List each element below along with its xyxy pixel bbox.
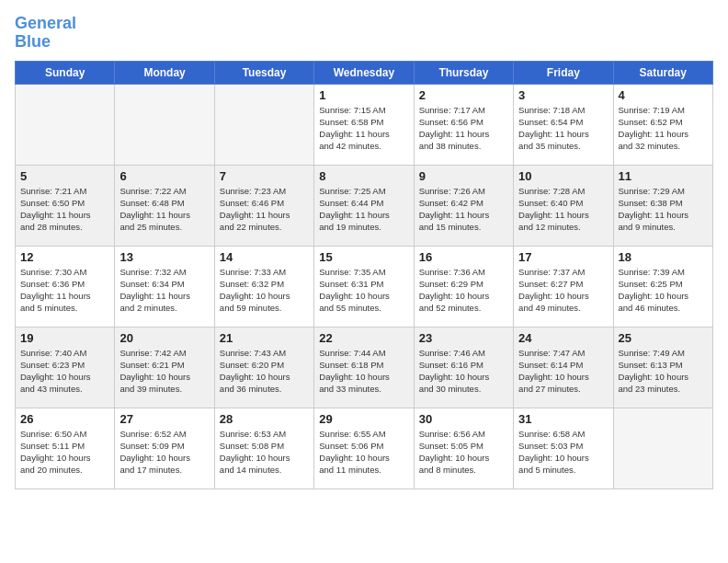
calendar-cell: 23Sunrise: 7:46 AM Sunset: 6:16 PM Dayli…: [414, 327, 513, 408]
day-number: 18: [619, 250, 708, 264]
day-number: 20: [119, 331, 209, 345]
day-number: 10: [518, 169, 608, 183]
day-number: 12: [20, 250, 109, 264]
calendar-week-row: 19Sunrise: 7:40 AM Sunset: 6:23 PM Dayli…: [16, 327, 713, 408]
day-info: Sunrise: 7:28 AM Sunset: 6:40 PM Dayligh…: [518, 185, 608, 234]
day-info: Sunrise: 7:25 AM Sunset: 6:44 PM Dayligh…: [319, 185, 408, 234]
day-info: Sunrise: 7:49 AM Sunset: 6:13 PM Dayligh…: [619, 347, 708, 396]
day-number: 9: [419, 169, 508, 183]
logo-text: General Blue: [15, 15, 76, 52]
day-header-saturday: Saturday: [613, 61, 712, 84]
day-number: 30: [419, 412, 508, 426]
day-info: Sunrise: 7:47 AM Sunset: 6:14 PM Dayligh…: [518, 347, 608, 396]
day-number: 31: [518, 412, 608, 426]
calendar-week-row: 26Sunrise: 6:50 AM Sunset: 5:11 PM Dayli…: [16, 408, 713, 488]
day-header-thursday: Thursday: [414, 61, 513, 84]
day-number: 16: [419, 250, 508, 264]
calendar-cell: [214, 84, 313, 165]
logo: General Blue: [15, 15, 76, 52]
day-number: 7: [220, 169, 309, 183]
day-info: Sunrise: 7:30 AM Sunset: 6:36 PM Dayligh…: [20, 266, 109, 315]
calendar-cell: 11Sunrise: 7:29 AM Sunset: 6:38 PM Dayli…: [613, 165, 712, 246]
day-number: 22: [319, 331, 408, 345]
calendar-cell: 16Sunrise: 7:36 AM Sunset: 6:29 PM Dayli…: [414, 246, 513, 327]
day-number: 23: [419, 331, 508, 345]
day-info: Sunrise: 7:26 AM Sunset: 6:42 PM Dayligh…: [419, 185, 508, 234]
calendar-cell: 24Sunrise: 7:47 AM Sunset: 6:14 PM Dayli…: [514, 327, 613, 408]
day-number: 21: [220, 331, 309, 345]
calendar-cell: 29Sunrise: 6:55 AM Sunset: 5:06 PM Dayli…: [314, 408, 414, 488]
day-info: Sunrise: 6:56 AM Sunset: 5:05 PM Dayligh…: [419, 428, 508, 477]
calendar-cell: [16, 84, 115, 165]
day-info: Sunrise: 6:50 AM Sunset: 5:11 PM Dayligh…: [20, 428, 109, 477]
calendar-cell: [115, 84, 214, 165]
calendar-cell: 3Sunrise: 7:18 AM Sunset: 6:54 PM Daylig…: [514, 84, 613, 165]
day-info: Sunrise: 7:33 AM Sunset: 6:32 PM Dayligh…: [220, 266, 309, 315]
calendar-cell: 7Sunrise: 7:23 AM Sunset: 6:46 PM Daylig…: [214, 165, 313, 246]
day-info: Sunrise: 6:55 AM Sunset: 5:06 PM Dayligh…: [319, 428, 408, 477]
day-info: Sunrise: 7:23 AM Sunset: 6:46 PM Dayligh…: [220, 185, 309, 234]
day-info: Sunrise: 7:22 AM Sunset: 6:48 PM Dayligh…: [119, 185, 209, 234]
calendar-cell: 17Sunrise: 7:37 AM Sunset: 6:27 PM Dayli…: [514, 246, 613, 327]
calendar-cell: 25Sunrise: 7:49 AM Sunset: 6:13 PM Dayli…: [613, 327, 712, 408]
day-info: Sunrise: 7:17 AM Sunset: 6:56 PM Dayligh…: [419, 104, 508, 153]
logo-general: General: [15, 14, 76, 32]
calendar-cell: 21Sunrise: 7:43 AM Sunset: 6:20 PM Dayli…: [214, 327, 313, 408]
day-info: Sunrise: 7:15 AM Sunset: 6:58 PM Dayligh…: [319, 104, 408, 153]
day-number: 14: [220, 250, 309, 264]
calendar-cell: 20Sunrise: 7:42 AM Sunset: 6:21 PM Dayli…: [115, 327, 214, 408]
day-number: 13: [119, 250, 209, 264]
day-info: Sunrise: 6:53 AM Sunset: 5:08 PM Dayligh…: [220, 428, 309, 477]
day-number: 28: [220, 412, 309, 426]
calendar-cell: 18Sunrise: 7:39 AM Sunset: 6:25 PM Dayli…: [613, 246, 712, 327]
calendar-week-row: 12Sunrise: 7:30 AM Sunset: 6:36 PM Dayli…: [16, 246, 713, 327]
day-number: 2: [419, 88, 508, 102]
logo-blue: Blue: [15, 32, 51, 51]
calendar-cell: 1Sunrise: 7:15 AM Sunset: 6:58 PM Daylig…: [314, 84, 414, 165]
day-info: Sunrise: 7:43 AM Sunset: 6:20 PM Dayligh…: [220, 347, 309, 396]
calendar-cell: 10Sunrise: 7:28 AM Sunset: 6:40 PM Dayli…: [514, 165, 613, 246]
day-number: 29: [319, 412, 408, 426]
day-info: Sunrise: 7:40 AM Sunset: 6:23 PM Dayligh…: [20, 347, 109, 396]
calendar-cell: 19Sunrise: 7:40 AM Sunset: 6:23 PM Dayli…: [16, 327, 115, 408]
day-info: Sunrise: 7:35 AM Sunset: 6:31 PM Dayligh…: [319, 266, 408, 315]
day-number: 4: [619, 88, 708, 102]
day-header-tuesday: Tuesday: [214, 61, 313, 84]
day-info: Sunrise: 7:46 AM Sunset: 6:16 PM Dayligh…: [419, 347, 508, 396]
day-header-wednesday: Wednesday: [314, 61, 414, 84]
calendar-week-row: 5Sunrise: 7:21 AM Sunset: 6:50 PM Daylig…: [16, 165, 713, 246]
day-number: 5: [20, 169, 109, 183]
calendar-cell: 31Sunrise: 6:58 AM Sunset: 5:03 PM Dayli…: [514, 408, 613, 488]
calendar-cell: 6Sunrise: 7:22 AM Sunset: 6:48 PM Daylig…: [115, 165, 214, 246]
day-number: 25: [619, 331, 708, 345]
calendar-cell: 13Sunrise: 7:32 AM Sunset: 6:34 PM Dayli…: [115, 246, 214, 327]
day-number: 1: [319, 88, 408, 102]
day-info: Sunrise: 6:58 AM Sunset: 5:03 PM Dayligh…: [518, 428, 608, 477]
day-info: Sunrise: 7:19 AM Sunset: 6:52 PM Dayligh…: [619, 104, 708, 153]
calendar-cell: [613, 408, 712, 488]
day-number: 27: [119, 412, 209, 426]
day-info: Sunrise: 7:29 AM Sunset: 6:38 PM Dayligh…: [619, 185, 708, 234]
day-info: Sunrise: 6:52 AM Sunset: 5:09 PM Dayligh…: [119, 428, 209, 477]
calendar-cell: 15Sunrise: 7:35 AM Sunset: 6:31 PM Dayli…: [314, 246, 414, 327]
header: General Blue: [15, 15, 713, 52]
calendar-cell: 9Sunrise: 7:26 AM Sunset: 6:42 PM Daylig…: [414, 165, 513, 246]
day-number: 6: [119, 169, 209, 183]
day-info: Sunrise: 7:32 AM Sunset: 6:34 PM Dayligh…: [119, 266, 209, 315]
calendar-cell: 30Sunrise: 6:56 AM Sunset: 5:05 PM Dayli…: [414, 408, 513, 488]
day-info: Sunrise: 7:36 AM Sunset: 6:29 PM Dayligh…: [419, 266, 508, 315]
day-header-monday: Monday: [115, 61, 214, 84]
day-number: 15: [319, 250, 408, 264]
calendar-cell: 28Sunrise: 6:53 AM Sunset: 5:08 PM Dayli…: [214, 408, 313, 488]
day-number: 17: [518, 250, 608, 264]
day-info: Sunrise: 7:37 AM Sunset: 6:27 PM Dayligh…: [518, 266, 608, 315]
day-header-sunday: Sunday: [16, 61, 115, 84]
calendar-cell: 26Sunrise: 6:50 AM Sunset: 5:11 PM Dayli…: [16, 408, 115, 488]
calendar-cell: 4Sunrise: 7:19 AM Sunset: 6:52 PM Daylig…: [613, 84, 712, 165]
calendar-cell: 2Sunrise: 7:17 AM Sunset: 6:56 PM Daylig…: [414, 84, 513, 165]
calendar-cell: 12Sunrise: 7:30 AM Sunset: 6:36 PM Dayli…: [16, 246, 115, 327]
calendar-cell: 22Sunrise: 7:44 AM Sunset: 6:18 PM Dayli…: [314, 327, 414, 408]
calendar-cell: 8Sunrise: 7:25 AM Sunset: 6:44 PM Daylig…: [314, 165, 414, 246]
day-info: Sunrise: 7:18 AM Sunset: 6:54 PM Dayligh…: [518, 104, 608, 153]
calendar-week-row: 1Sunrise: 7:15 AM Sunset: 6:58 PM Daylig…: [16, 84, 713, 165]
